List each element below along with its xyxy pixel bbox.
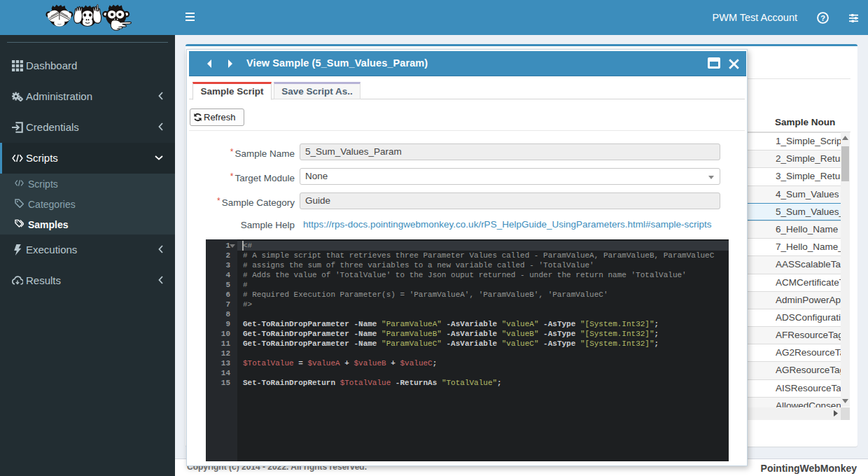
svg-text:?: ? xyxy=(820,14,825,22)
